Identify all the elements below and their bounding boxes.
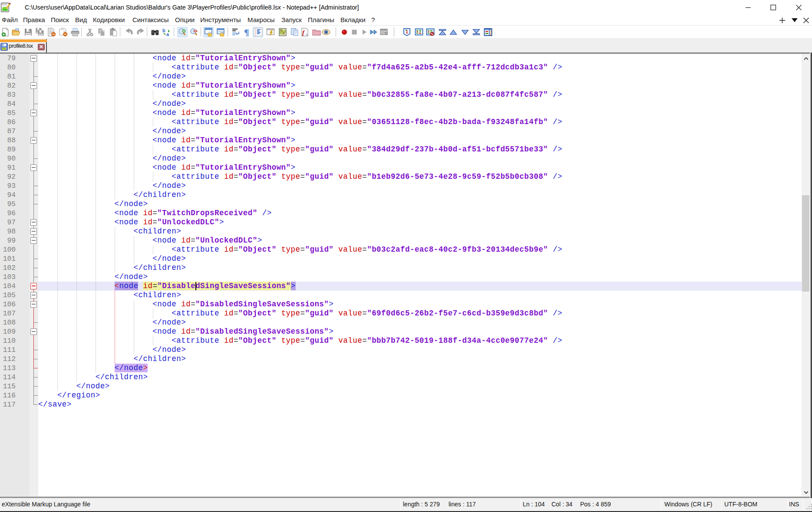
svg-text:b: b — [162, 28, 165, 33]
svg-text:¶: ¶ — [244, 28, 249, 36]
svg-text:a: a — [166, 32, 169, 36]
